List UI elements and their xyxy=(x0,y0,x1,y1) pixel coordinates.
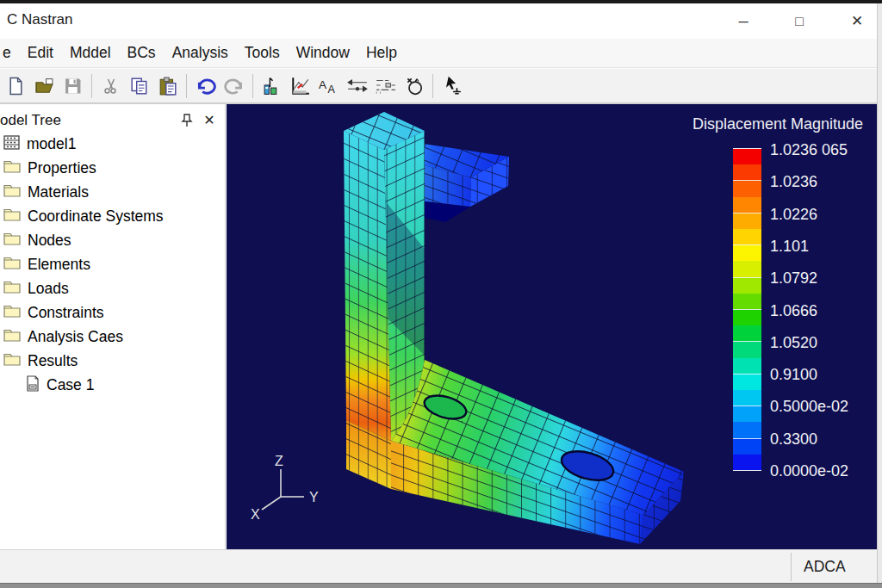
toolbar-separator xyxy=(252,74,253,98)
tree-item-properties[interactable]: Properties xyxy=(0,156,225,180)
undo-icon[interactable] xyxy=(191,71,220,101)
tree-item-nodes[interactable]: Nodes xyxy=(0,228,225,252)
tree-item-label: Loads xyxy=(28,280,69,298)
graphics-viewport[interactable]: Z Y X Displacement Magnitude 1.0236 0651… xyxy=(227,104,877,549)
colorbar-segment xyxy=(733,277,761,294)
colorbar-segment xyxy=(733,309,761,325)
toolbar-separator xyxy=(186,74,187,98)
legend-value: 1.101 xyxy=(770,237,809,255)
legend-value: 0.3300 xyxy=(770,430,817,448)
tree-item-model1[interactable]: model1 xyxy=(0,132,225,156)
folder-icon xyxy=(3,352,21,369)
case-icon xyxy=(26,375,40,395)
tree-item-results[interactable]: Results xyxy=(0,349,225,373)
pin-icon[interactable] xyxy=(177,111,196,130)
colorbar-segment xyxy=(733,422,761,437)
svg-text:A: A xyxy=(327,84,335,96)
colorbar-segment xyxy=(733,341,761,357)
colorbar-segment xyxy=(733,374,761,390)
model-tree-header: odel Tree ✕ xyxy=(0,109,225,132)
legend-value: 1.0520 xyxy=(770,333,817,351)
rotate-view-icon[interactable] xyxy=(400,71,428,101)
menu-item-e[interactable]: e xyxy=(3,44,11,62)
tree-item-label: Case 1 xyxy=(47,376,94,394)
folder-icon xyxy=(3,304,21,321)
folder-icon xyxy=(3,256,21,273)
tree-item-label: Materials xyxy=(28,183,89,201)
folder-icon xyxy=(3,207,21,225)
legend-value: 1.0236 xyxy=(770,173,817,191)
legend-title: Displacement Magnitude xyxy=(693,115,863,133)
tree-item-materials[interactable]: Materials xyxy=(0,180,225,204)
status-bar: ADCA xyxy=(0,549,882,583)
coordinate-triad xyxy=(262,469,304,510)
maximize-button[interactable]: □ xyxy=(780,3,819,39)
colorbar-segment xyxy=(733,438,761,455)
plot-icon[interactable] xyxy=(286,71,314,101)
colorbar-segment xyxy=(733,325,761,341)
window-right-border xyxy=(877,3,882,583)
pointer-select-icon[interactable] xyxy=(438,71,466,101)
panel-close-icon[interactable]: ✕ xyxy=(200,110,219,129)
minimize-button[interactable]: – xyxy=(724,3,763,39)
legend-colorbar xyxy=(733,148,761,471)
toolbar-separator xyxy=(91,74,92,98)
colorbar-segment xyxy=(733,197,761,213)
legend-value: 1.0226 xyxy=(770,205,817,223)
colorbar-segment xyxy=(733,390,761,405)
tree-item-analysis-caes[interactable]: Analysis Caes xyxy=(0,325,225,349)
results-chart-icon[interactable] xyxy=(258,71,286,101)
folder-icon xyxy=(3,232,21,249)
colorbar-segment xyxy=(733,244,761,261)
toolbar-separator xyxy=(432,74,433,98)
menu-item-help[interactable]: Help xyxy=(366,44,397,62)
colorbar-segment xyxy=(733,358,761,374)
text-style-icon[interactable]: AA xyxy=(314,71,343,101)
window-bottom-border xyxy=(0,583,882,588)
copy-icon[interactable] xyxy=(125,71,153,101)
menu-item-edit[interactable]: Edit xyxy=(28,44,53,62)
model-column xyxy=(344,112,425,441)
model-icon xyxy=(3,135,20,153)
tree-item-label: Coordinate Systems xyxy=(28,207,164,226)
title-bar: C Nastran – □ ✕ xyxy=(0,3,882,39)
redo-icon[interactable] xyxy=(220,71,248,101)
legend-value: 0.9100 xyxy=(770,366,817,384)
tree-item-coordinate-systems[interactable]: Coordinate Systems xyxy=(0,204,225,228)
triad-z-label: Z xyxy=(275,454,283,468)
save-icon[interactable] xyxy=(59,71,87,101)
tree-item-label: Properties xyxy=(28,159,96,177)
tree-item-constraints[interactable]: Constraints xyxy=(0,300,225,325)
fea-model: Z Y X xyxy=(227,104,877,549)
svg-text:A: A xyxy=(319,78,326,91)
tree-item-label: Constraints xyxy=(28,304,104,322)
menu-item-tools[interactable]: Tools xyxy=(245,44,280,62)
new-file-icon[interactable] xyxy=(2,71,30,101)
paste-icon[interactable] xyxy=(153,71,182,101)
tree-item-case-1[interactable]: Case 1 xyxy=(0,373,225,397)
open-folder-icon[interactable] xyxy=(30,71,59,101)
colorbar-segment xyxy=(733,180,761,196)
menu-item-window[interactable]: Window xyxy=(296,44,350,62)
model-tree-list: model1PropertiesMaterialsCoordinate Syst… xyxy=(0,132,225,397)
menu-item-bcs[interactable]: BCs xyxy=(127,44,156,62)
tree-item-label: Nodes xyxy=(28,232,71,250)
window-title: C Nastran xyxy=(7,11,73,28)
folder-icon xyxy=(3,280,21,297)
tree-item-loads[interactable]: Loads xyxy=(0,276,225,300)
tree-item-label: model1 xyxy=(27,135,76,153)
legend-value: 1.0792 xyxy=(770,269,817,288)
options-icon[interactable] xyxy=(371,71,400,101)
tree-item-elements[interactable]: Elements xyxy=(0,252,225,276)
menu-item-analysis[interactable]: Analysis xyxy=(172,44,228,62)
close-button[interactable]: ✕ xyxy=(837,3,877,39)
triad-y-label: Y xyxy=(309,490,319,504)
colorbar-segment xyxy=(733,294,761,309)
colorbar-segment xyxy=(733,261,761,276)
animate-sliders-icon[interactable] xyxy=(343,71,371,101)
menu-item-mddel[interactable]: Mddel xyxy=(70,44,111,62)
triad-x-label: X xyxy=(251,507,260,522)
tree-item-label: Elements xyxy=(28,256,90,274)
cut-icon[interactable] xyxy=(96,71,125,101)
status-cell-adca: ADCA xyxy=(792,550,877,583)
